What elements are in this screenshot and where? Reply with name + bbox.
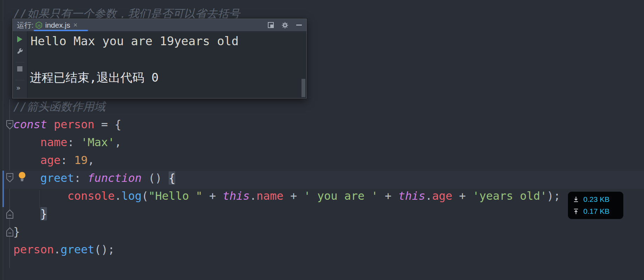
toolbar-separator (15, 62, 25, 62)
code-token: 19 (74, 153, 88, 167)
run-window-title: 运行: (17, 19, 34, 31)
fold-collapse-end-icon[interactable] (6, 227, 14, 237)
lightbulb-icon[interactable] (18, 171, 27, 182)
toolbar-separator (15, 80, 25, 80)
code-token: 'years old' (473, 189, 547, 203)
code-token: this (223, 189, 250, 203)
code-token: . (115, 189, 121, 203)
console-output[interactable]: Hello Max you are 19years old 进程已结束,退出代码… (28, 31, 306, 98)
download-icon (573, 196, 579, 203)
stop-icon[interactable] (17, 66, 22, 71)
code-token: ' you are ' (304, 189, 378, 203)
tab-label: index.js (45, 21, 70, 29)
code-token: + (284, 189, 304, 203)
code-token: ); (547, 189, 561, 203)
editor-gutter (0, 0, 3, 280)
code-token: , (88, 153, 94, 167)
wrench-settings-icon[interactable] (16, 48, 23, 55)
code-token: greet (61, 243, 94, 256)
code-token: } (40, 207, 47, 220)
code-line-4[interactable]: name: 'Max', (13, 136, 121, 149)
more-actions-chevrons[interactable]: » (16, 84, 21, 92)
code-token: greet (40, 171, 74, 185)
code-token: , (115, 136, 121, 149)
code-line-10[interactable]: person.greet(); (13, 243, 115, 256)
code-line-9[interactable]: } (13, 225, 20, 238)
code-token: + (378, 189, 398, 203)
code-token: person (13, 243, 54, 256)
code-token: . (250, 189, 256, 203)
console-exit-message: 进程已结束,退出代码 0 (30, 70, 158, 86)
code-token: () (142, 171, 169, 185)
console-stdout-line: Hello Max you are 19years old (30, 34, 239, 48)
upload-speed: 0.17 KB (583, 207, 610, 216)
float-window-icon[interactable] (268, 22, 274, 28)
code-line-2[interactable]: //箭头函数作用域 (13, 100, 106, 113)
hide-window-icon[interactable] (296, 25, 302, 26)
upload-icon (573, 208, 579, 214)
close-icon[interactable]: × (73, 21, 77, 29)
code-token: . (54, 243, 61, 256)
run-window-header: 运行: JS index.js × (13, 19, 306, 31)
code-token: (); (94, 243, 115, 256)
vcs-modified-bar (2, 171, 4, 207)
code-token (13, 189, 67, 203)
svg-text:JS: JS (37, 23, 41, 27)
nodejs-icon: JS (35, 21, 43, 29)
code-token: : (61, 153, 74, 167)
code-token: + (202, 189, 223, 203)
download-speed: 0.23 KB (583, 195, 610, 204)
code-token: { (169, 171, 175, 185)
code-token: ( (142, 189, 148, 203)
code-token: this (398, 189, 425, 203)
code-token: } (13, 225, 20, 238)
code-token: . (425, 189, 432, 203)
code-line-5[interactable]: age: 19, (13, 153, 94, 167)
code-token: person (54, 118, 95, 131)
code-line-6[interactable]: greet: function () { (13, 171, 175, 185)
code-line-8[interactable]: } (13, 207, 47, 220)
code-token: : (67, 136, 81, 149)
gear-icon[interactable] (282, 22, 289, 29)
code-token: log (121, 189, 142, 203)
code-token: console (67, 189, 115, 203)
code-token (13, 207, 40, 220)
fold-collapse-end-icon[interactable] (6, 209, 14, 219)
code-token: //箭头函数作用域 (13, 100, 106, 113)
code-token: function (88, 171, 142, 185)
tab-index-js[interactable]: JS index.js × (34, 19, 88, 31)
run-window-body: » Hello Max you are 19years old 进程已结束,退出… (13, 31, 306, 98)
code-token (13, 136, 40, 149)
code-token: name (257, 189, 284, 203)
console-scrollbar-thumb[interactable] (301, 79, 305, 97)
code-token: = { (94, 118, 121, 131)
code-token: "Hello " (148, 189, 202, 203)
code-token: 'Max' (81, 136, 115, 149)
code-token: const (13, 118, 47, 131)
code-token: + (452, 189, 473, 203)
network-speed-overlay: 0.23 KB 0.17 KB (568, 192, 623, 219)
code-token: age (432, 189, 452, 203)
fold-collapse-icon[interactable] (6, 173, 14, 183)
rerun-icon[interactable] (17, 36, 22, 42)
code-line-3[interactable]: const person = { (13, 118, 121, 131)
run-tool-window: 运行: JS index.js × (12, 19, 307, 98)
code-token (13, 153, 40, 167)
code-token: name (40, 136, 67, 149)
code-line-7[interactable]: console.log("Hello " + this.name + ' you… (13, 189, 561, 203)
run-toolbar: » (13, 31, 27, 98)
code-token (47, 118, 54, 131)
code-token: : (74, 171, 88, 185)
code-token: age (40, 153, 61, 167)
fold-collapse-icon[interactable] (6, 120, 14, 130)
